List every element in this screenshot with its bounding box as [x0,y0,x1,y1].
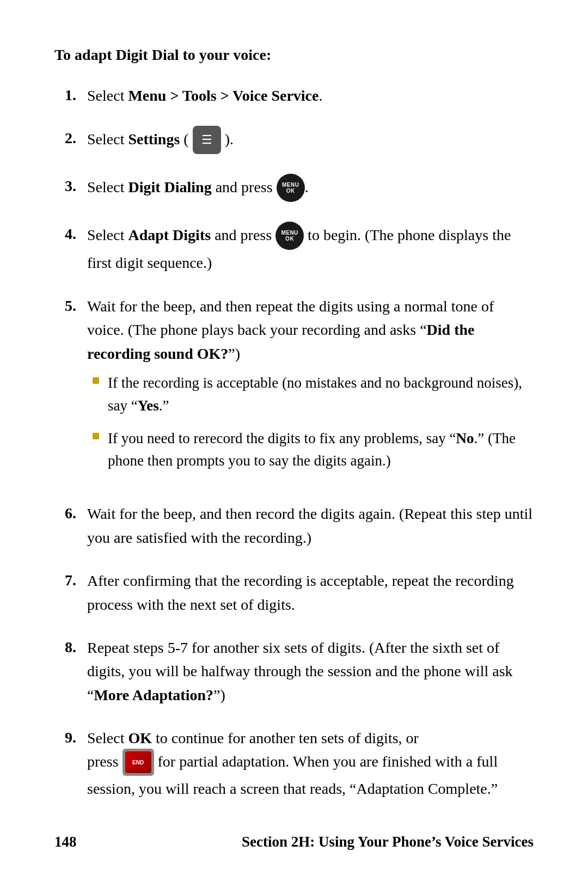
settings-icon: ☰ [193,126,221,154]
step-number-2: 2. [54,127,76,150]
bullet-marker-1 [93,377,99,384]
steps-list: 1. Select Menu > Tools > Voice Service. … [54,84,534,801]
step-content-6: Wait for the beep, and then record the d… [87,502,534,549]
page-heading: To adapt Digit Dial to your voice: [54,44,534,66]
step-4: 4. Select Adapt Digits and press MENU OK… [54,223,534,274]
bullet-item-2: If you need to rerecord the digits to fi… [93,427,534,473]
footer-section-title: Section 2H: Using Your Phone’s Voice Ser… [242,831,534,853]
step-content-1: Select Menu > Tools > Voice Service. [87,84,534,107]
step-number-8: 8. [54,636,76,659]
step-content-2: Select Settings ( ☰ ). [87,127,534,155]
step-content-8: Repeat steps 5-7 for another six sets of… [87,636,534,707]
page-content: To adapt Digit Dial to your voice: 1. Se… [0,0,588,882]
step-5-bullets: If the recording is acceptable (no mista… [87,372,534,473]
step-number-7: 7. [54,569,76,592]
step-number-6: 6. [54,502,76,525]
bullet-marker-2 [93,433,99,439]
end-icon: END [122,749,154,776]
step-content-9: Select OK to continue for another ten se… [87,726,534,801]
menu-ok-icon-3: MENU OK [277,174,305,202]
step-content-4: Select Adapt Digits and press MENU OK to… [87,223,534,274]
step-8: 8. Repeat steps 5-7 for another six sets… [54,636,534,707]
step-content-5: Wait for the beep, and then repeat the d… [87,295,534,483]
step-2: 2. Select Settings ( ☰ ). [54,127,534,155]
step-7: 7. After confirming that the recording i… [54,569,534,616]
step-3: 3. Select Digit Dialing and press MENU O… [54,175,534,203]
step-1: 1. Select Menu > Tools > Voice Service. [54,84,534,107]
step-5: 5. Wait for the beep, and then repeat th… [54,295,534,483]
step-number-5: 5. [54,295,76,317]
bullet-item-1: If the recording is acceptable (no mista… [93,372,534,418]
page-number: 148 [54,831,77,853]
menu-ok-icon-4: MENU OK [275,222,304,250]
step-content-3: Select Digit Dialing and press MENU OK . [87,175,534,203]
step-6: 6. Wait for the beep, and then record th… [54,502,534,549]
step-9: 9. Select OK to continue for another ten… [54,726,534,801]
step-number-3: 3. [54,175,76,198]
step-number-4: 4. [54,223,76,246]
bullet-text-1: If the recording is acceptable (no mista… [108,372,534,418]
bullet-text-2: If you need to rerecord the digits to fi… [108,427,534,473]
page-footer: 148 Section 2H: Using Your Phone’s Voice… [54,831,534,853]
step-number-9: 9. [54,726,76,749]
step-number-1: 1. [54,84,76,107]
step-content-7: After confirming that the recording is a… [87,569,534,616]
